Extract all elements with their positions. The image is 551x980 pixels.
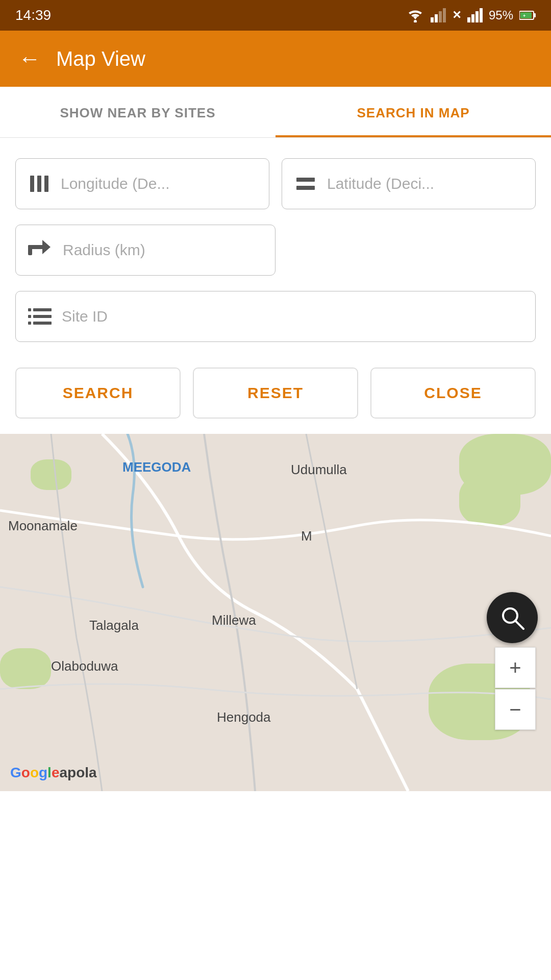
- svg-rect-11: [520, 12, 532, 18]
- svg-point-0: [414, 20, 417, 22]
- svg-rect-13: [30, 176, 34, 192]
- zoom-out-button[interactable]: −: [495, 689, 536, 730]
- svg-rect-7: [475, 11, 479, 22]
- radius-row: Radius (km): [15, 225, 536, 276]
- svg-rect-5: [467, 17, 470, 22]
- header: ← Map View: [0, 31, 551, 87]
- svg-rect-14: [37, 176, 41, 192]
- zoom-controls: + −: [495, 647, 536, 730]
- radius-field[interactable]: Radius (km): [15, 225, 276, 276]
- search-form: Longitude (De... Latitude (Deci... Radiu…: [0, 138, 551, 434]
- signal-icon: [431, 8, 446, 22]
- svg-rect-1: [431, 17, 434, 22]
- map-roads: [0, 434, 551, 791]
- battery-icon: +: [519, 10, 536, 20]
- svg-rect-17: [296, 186, 315, 190]
- svg-rect-23: [28, 315, 31, 318]
- site-id-row: Site ID: [15, 291, 536, 342]
- search-button[interactable]: SEARCH: [15, 368, 181, 419]
- zoom-in-button[interactable]: +: [495, 647, 536, 688]
- x-indicator: ✕: [452, 9, 461, 22]
- map-view[interactable]: MEEGODA Udumulla Moonamale M Talagala Mi…: [0, 434, 551, 791]
- close-button[interactable]: CLOSE: [370, 368, 536, 419]
- svg-rect-26: [33, 322, 52, 325]
- svg-rect-3: [439, 11, 442, 22]
- radius-placeholder: Radius (km): [63, 241, 145, 259]
- wifi-icon: [406, 8, 424, 22]
- svg-rect-24: [33, 315, 52, 318]
- site-id-field[interactable]: Site ID: [15, 291, 536, 342]
- radius-icon: [28, 239, 53, 261]
- tab-nearby[interactable]: SHOW NEAR BY SITES: [0, 87, 276, 137]
- coords-row: Longitude (De... Latitude (Deci...: [15, 158, 536, 209]
- status-time: 14:39: [15, 7, 51, 23]
- latitude-field[interactable]: Latitude (Deci...: [282, 158, 536, 209]
- tabs-container: SHOW NEAR BY SITES SEARCH IN MAP: [0, 87, 551, 138]
- longitude-field[interactable]: Longitude (De...: [15, 158, 269, 209]
- svg-rect-22: [33, 308, 52, 311]
- battery-percentage: 95%: [489, 8, 513, 22]
- svg-text:+: +: [523, 13, 525, 18]
- svg-rect-16: [296, 178, 315, 182]
- site-id-placeholder: Site ID: [62, 308, 108, 325]
- svg-rect-4: [443, 8, 446, 22]
- search-fab-button[interactable]: [487, 592, 538, 643]
- svg-rect-25: [28, 322, 31, 325]
- latitude-placeholder: Latitude (Deci...: [327, 175, 434, 192]
- search-fab-icon: [499, 604, 525, 631]
- map-background: MEEGODA Udumulla Moonamale M Talagala Mi…: [0, 434, 551, 791]
- svg-rect-21: [28, 308, 31, 311]
- reset-button[interactable]: RESET: [193, 368, 358, 419]
- svg-rect-6: [471, 14, 474, 22]
- status-bar: 14:39 ✕ 95% +: [0, 0, 551, 31]
- svg-rect-8: [480, 8, 483, 22]
- longitude-icon: [28, 173, 51, 195]
- tab-search-in-map[interactable]: SEARCH IN MAP: [276, 87, 551, 137]
- svg-rect-15: [44, 176, 48, 192]
- status-icons: ✕ 95% +: [406, 8, 536, 22]
- svg-rect-10: [534, 13, 536, 17]
- svg-marker-19: [42, 240, 51, 254]
- longitude-placeholder: Longitude (De...: [61, 175, 169, 192]
- latitude-icon: [294, 173, 317, 195]
- svg-line-28: [515, 621, 523, 629]
- google-logo: Googleapola: [10, 765, 97, 781]
- back-button[interactable]: ←: [18, 46, 41, 71]
- svg-rect-20: [28, 245, 32, 255]
- svg-rect-2: [435, 14, 438, 22]
- page-title: Map View: [56, 47, 145, 70]
- site-id-icon: [28, 305, 52, 328]
- action-buttons: SEARCH RESET CLOSE: [15, 368, 536, 419]
- signal-icon-2: [467, 8, 483, 22]
